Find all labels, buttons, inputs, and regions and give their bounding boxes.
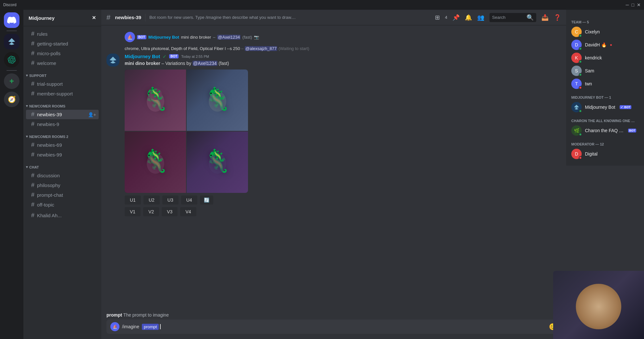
system-waiting-text: chrome, Ultra photoreal, Depth of Field,… bbox=[125, 46, 561, 51]
right-section: TEAM — 5 C Cixelyn D DavidH 🔥 ● K bbox=[566, 10, 644, 339]
channel-item-newbies-39[interactable]: # newbies-39 👤+ bbox=[26, 110, 99, 119]
channel-item-rules[interactable]: # rules bbox=[26, 29, 99, 39]
channel-hash-icon: # bbox=[31, 172, 34, 179]
verified-checkmark: ✓ bbox=[163, 54, 167, 59]
member-name-kendrick: kendrick bbox=[585, 55, 602, 60]
channel-hash-icon: # bbox=[31, 142, 34, 148]
message-bold: mini dino broker bbox=[125, 61, 160, 66]
dino-image-1: 🦎 bbox=[125, 69, 186, 131]
channel-item-newbies-9[interactable]: # newbies-9 bbox=[26, 119, 99, 129]
system-camera-icon: 📷 bbox=[254, 35, 259, 40]
member-midjourney-bot[interactable]: Midjourney Bot ✓ BOT bbox=[569, 101, 641, 114]
image-cell-1[interactable]: 🦎 bbox=[125, 69, 186, 131]
channel-list: # rules # getting-started # micro-polls … bbox=[23, 26, 101, 339]
channel-item-philosophy[interactable]: # philosophy bbox=[26, 181, 99, 190]
svg-text:🦎: 🦎 bbox=[148, 148, 163, 162]
category-newcomer-rooms-2[interactable]: ▾ NEWCOMER ROOMS 2 bbox=[23, 129, 101, 140]
pin-icon[interactable]: 📌 bbox=[452, 14, 460, 21]
member-digital[interactable]: D Digital bbox=[569, 147, 641, 160]
waiting-mention: @alexsajzh_877 bbox=[245, 46, 277, 51]
server-icon-midjourney[interactable] bbox=[4, 34, 19, 49]
channel-item-khalid[interactable]: # Khalid Ah... bbox=[26, 211, 99, 220]
server-separator bbox=[6, 31, 17, 31]
add-server-button[interactable]: + bbox=[4, 73, 19, 89]
u2-button[interactable]: U2 bbox=[143, 195, 160, 205]
category-support[interactable]: ▾ SUPPORT bbox=[23, 68, 101, 79]
member-name-mj-bot: Midjourney Bot bbox=[585, 105, 615, 110]
dino-image-2: 🦎 bbox=[187, 69, 248, 131]
channel-item-newbies-69[interactable]: # newbies-69 bbox=[26, 140, 99, 150]
server-separator-2 bbox=[6, 70, 17, 71]
u3-button[interactable]: U3 bbox=[162, 195, 179, 205]
channel-item-discussion[interactable]: # discussion bbox=[26, 171, 99, 180]
channel-item-micro-polls[interactable]: # micro-polls bbox=[26, 49, 99, 58]
category-newcomer-rooms[interactable]: ▾ NEWCOMER ROOMS bbox=[23, 99, 101, 109]
members-icon[interactable]: 👥 bbox=[477, 14, 484, 21]
channel-item-off-topic[interactable]: # off-topic bbox=[26, 200, 99, 209]
waiting-status: (Waiting to start) bbox=[279, 46, 309, 51]
close-button[interactable]: ✕ bbox=[637, 2, 641, 7]
explore-servers-button[interactable]: 🧭 bbox=[4, 92, 19, 107]
category-chat[interactable]: ▾ CHAT bbox=[23, 160, 101, 170]
channel-item-newbies-99[interactable]: # newbies-99 bbox=[26, 150, 99, 159]
input-field-wrap[interactable]: prompt bbox=[142, 324, 546, 330]
member-twn[interactable]: T twn bbox=[569, 77, 641, 90]
member-sam[interactable]: S Sam bbox=[569, 64, 641, 77]
channel-item-trial-support[interactable]: # trial-support bbox=[26, 79, 99, 89]
v1-button[interactable]: V1 bbox=[125, 207, 141, 216]
member-kendrick[interactable]: K kendrick bbox=[569, 51, 641, 64]
u1-button[interactable]: U1 bbox=[125, 195, 141, 205]
server-name[interactable]: Midjourney ✕ bbox=[23, 10, 101, 26]
inbox-icon[interactable]: 📥 bbox=[541, 14, 549, 21]
prompt-text: chrome, Ultra photoreal, Depth of Field,… bbox=[125, 46, 240, 51]
bot-avatar-small: ⛵ bbox=[125, 32, 135, 42]
v2-button[interactable]: V2 bbox=[143, 207, 159, 216]
member-charon[interactable]: 🌿 Charon the FAQ … BOT bbox=[569, 124, 641, 137]
bot-avatar bbox=[106, 54, 119, 67]
section-title-team: TEAM — 5 bbox=[569, 15, 641, 25]
input-user-avatar: ⛵ bbox=[110, 322, 119, 331]
u4-button[interactable]: U4 bbox=[181, 195, 197, 205]
v3-button[interactable]: V3 bbox=[162, 207, 178, 216]
image-cell-2[interactable]: 🦎 bbox=[187, 69, 248, 131]
member-cixelyn[interactable]: C Cixelyn bbox=[569, 25, 641, 38]
search-bar[interactable]: Search 🔍 bbox=[489, 13, 536, 22]
charon-bot-badge: BOT bbox=[628, 129, 636, 132]
section-title-mj-bot: MIDJOURNEY BOT — 1 bbox=[569, 90, 641, 101]
member-name-sam: Sam bbox=[585, 68, 594, 73]
message-text: mini dino broker – Variations by @Axel12… bbox=[125, 60, 561, 67]
v4-button[interactable]: V4 bbox=[180, 207, 196, 216]
messages-area[interactable]: ⛵ BOT Midjourney Bot mini dino broker – … bbox=[101, 25, 566, 311]
channel-item-member-support[interactable]: # member-support bbox=[26, 89, 99, 98]
channel-sidebar: Midjourney ✕ # rules # getting-started #… bbox=[23, 10, 101, 339]
member-avatar-charon: 🌿 bbox=[571, 125, 582, 136]
status-dot-sam bbox=[579, 73, 582, 76]
image-cell-3[interactable]: 🦎 bbox=[125, 132, 186, 193]
message-input-wrap[interactable]: ⛵ /imagine prompt 😊 bbox=[106, 320, 561, 334]
bot-badge: BOT bbox=[169, 54, 179, 58]
system-message-text: mini dino broker bbox=[181, 35, 211, 40]
channel-item-prompt-chat[interactable]: # prompt-chat bbox=[26, 190, 99, 200]
header-divider bbox=[145, 14, 145, 21]
section-title-charon: CHARON THE ALL KNOWING ONE … bbox=[569, 114, 641, 124]
input-command-badge: prompt bbox=[142, 324, 159, 330]
member-name-davidh: DavidH 🔥 bbox=[585, 42, 607, 47]
channel-item-welcome[interactable]: # welcome bbox=[26, 58, 99, 68]
refresh-button[interactable]: 🔄 bbox=[200, 195, 213, 205]
help-icon[interactable]: ❓ bbox=[554, 14, 561, 21]
channel-hash-icon: # bbox=[31, 201, 34, 208]
maximize-button[interactable]: □ bbox=[632, 2, 634, 7]
server-icon-discord[interactable] bbox=[4, 12, 19, 28]
input-area: prompt The prompt to imagine ⛵ /imagine … bbox=[101, 311, 566, 339]
minimize-button[interactable]: ─ bbox=[626, 2, 629, 7]
bot-message-content: Midjourney Bot ✓ BOT Today at 2:55 PM mi… bbox=[125, 54, 561, 216]
channel-item-getting-started[interactable]: # getting-started bbox=[26, 39, 99, 48]
image-cell-4[interactable]: 🦎 bbox=[187, 132, 248, 193]
member-davidh[interactable]: D DavidH 🔥 ● bbox=[569, 38, 641, 51]
notification-icon[interactable]: 🔔 bbox=[465, 14, 472, 21]
server-icon-openai[interactable] bbox=[4, 52, 19, 68]
app: + 🧭 Midjourney ✕ # rules # getting-start… bbox=[0, 10, 644, 339]
hashtag-icon[interactable]: ⊞ bbox=[435, 14, 440, 21]
channel-name: newbies-39 bbox=[115, 15, 141, 20]
channel-hash-icon: # bbox=[31, 192, 34, 198]
